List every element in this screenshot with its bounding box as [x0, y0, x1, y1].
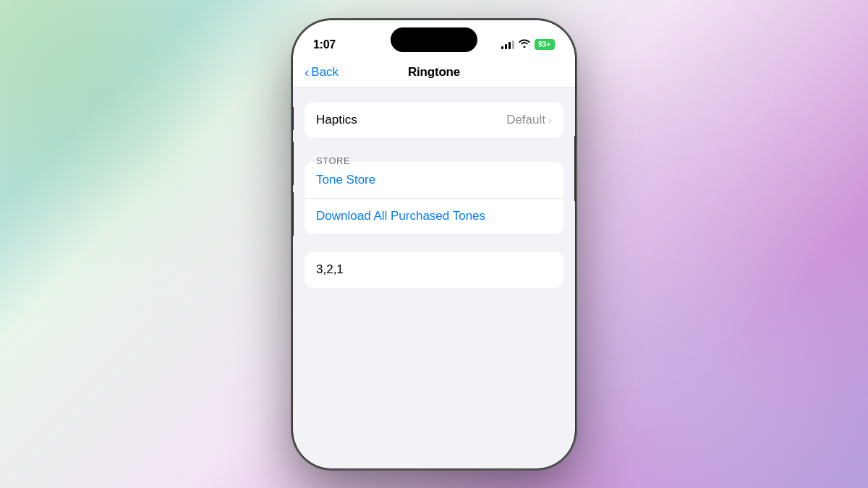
settings-content: Haptics Default › STORE Tone Store Downl — [293, 87, 575, 468]
status-bar: 1:07 93+ — [293, 20, 575, 59]
back-label: Back — [311, 65, 339, 80]
haptics-value: Default — [506, 113, 545, 127]
volume-up-button[interactable] — [293, 142, 294, 185]
phone-frame: 1:07 93+ — [293, 20, 575, 468]
mute-switch[interactable] — [293, 107, 294, 130]
haptics-row[interactable]: Haptics Default › — [305, 102, 563, 138]
haptics-label: Haptics — [316, 113, 357, 127]
power-button[interactable] — [574, 136, 575, 201]
wifi-icon — [519, 39, 530, 50]
haptics-value-group: Default › — [506, 113, 552, 127]
navigation-bar: ‹ Back Ringtone — [293, 59, 575, 87]
store-card: Tone Store Download All Purchased Tones — [305, 162, 563, 234]
signal-bar-2 — [505, 44, 507, 49]
signal-bar-1 — [501, 46, 503, 49]
status-time: 1:07 — [313, 38, 336, 51]
haptics-chevron-icon: › — [548, 114, 552, 126]
ringtone-first-item-label: 3,2,1 — [316, 262, 344, 277]
ringtone-first-item-row[interactable]: 3,2,1 — [305, 252, 563, 288]
ringtones-card: 3,2,1 — [305, 252, 563, 288]
tone-store-row[interactable]: Tone Store — [305, 162, 563, 198]
status-icons: 93+ — [501, 39, 555, 50]
volume-down-button[interactable] — [293, 192, 294, 236]
phone-screen: 1:07 93+ — [293, 20, 575, 468]
back-chevron-icon: ‹ — [305, 65, 309, 79]
signal-icon — [501, 40, 514, 49]
dynamic-island — [391, 27, 477, 52]
haptics-card: Haptics Default › — [305, 102, 563, 138]
back-button[interactable]: ‹ Back — [305, 65, 339, 80]
bg-blob-1 — [0, 0, 217, 217]
tone-store-label: Tone Store — [316, 173, 375, 187]
signal-bar-3 — [509, 42, 511, 49]
battery-indicator: 93+ — [535, 39, 555, 50]
download-purchased-row[interactable]: Download All Purchased Tones — [305, 198, 563, 234]
store-section: STORE Tone Store Download All Purchased … — [305, 155, 563, 234]
battery-level: 93+ — [538, 40, 550, 48]
page-title: Ringtone — [408, 65, 460, 80]
download-purchased-label: Download All Purchased Tones — [316, 209, 485, 223]
signal-bar-4 — [512, 40, 514, 49]
